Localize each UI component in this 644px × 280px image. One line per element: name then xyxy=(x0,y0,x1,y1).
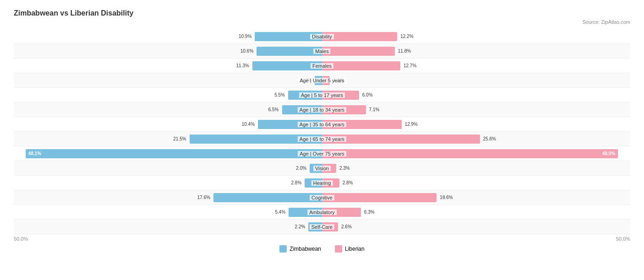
right-value: 12.2% xyxy=(399,34,413,39)
chart-title: Zimbabwean vs Liberian Disability xyxy=(14,9,630,17)
bar-pink: 12.9% xyxy=(322,120,402,129)
bar-blue: 11.3% xyxy=(252,61,322,70)
bar-blue: 2.0% xyxy=(310,164,322,173)
bar-blue: 1.2% xyxy=(315,76,322,85)
bar-blue: 6.5% xyxy=(282,105,322,114)
bar-blue: 10.6% xyxy=(257,47,322,56)
bar-pink: 6.3% xyxy=(322,208,361,217)
left-value: 1.2% xyxy=(301,78,313,83)
left-value: 21.5% xyxy=(173,136,187,141)
bar-pink: 2.3% xyxy=(322,164,336,173)
right-value: 6.0% xyxy=(361,92,373,97)
right-value: 18.6% xyxy=(438,195,453,200)
bar-pink: 2.8% xyxy=(322,178,339,188)
bar-pink: 11.8% xyxy=(322,47,395,56)
bar-row: 2.8%2.8%Hearing xyxy=(14,176,630,190)
bar-row: 17.6%18.6%Cognitive xyxy=(14,190,630,205)
right-value: 2.3% xyxy=(338,166,350,171)
bar-blue: 48.1% xyxy=(26,149,322,158)
bar-row: 2.0%2.3%Vision xyxy=(14,161,630,176)
left-value: 11.3% xyxy=(236,63,251,68)
left-value: 2.0% xyxy=(296,166,308,171)
bar-row: 10.6%11.8%Males xyxy=(14,44,630,59)
bar-blue: 5.4% xyxy=(289,208,322,217)
bar-blue: 21.5% xyxy=(190,135,322,144)
rows-wrapper: 10.9%12.2%Disability10.6%11.8%Males11.3%… xyxy=(14,29,630,234)
bar-blue: 2.8% xyxy=(305,178,322,188)
legend-zimbabwean: Zimbabwean xyxy=(279,245,321,253)
bar-row: 2.2%2.6%Self-Care xyxy=(14,220,630,234)
left-value: 5.5% xyxy=(274,92,286,97)
bar-row: 21.5%25.6%Age | 65 to 74 years xyxy=(14,132,630,146)
bar-pink: 12.7% xyxy=(322,61,400,70)
left-value: 10.9% xyxy=(239,34,253,39)
right-value: 6.3% xyxy=(363,210,375,215)
bar-pink: 48.0% xyxy=(322,149,618,158)
right-value: 2.6% xyxy=(340,224,352,229)
right-value: 2.8% xyxy=(341,180,353,185)
right-value: 12.9% xyxy=(404,122,418,127)
source-text: Source: ZipAtlas.com xyxy=(14,19,630,25)
left-value: 10.6% xyxy=(240,48,255,54)
bar-pink: 6.0% xyxy=(322,91,359,100)
left-value: 10.4% xyxy=(242,122,256,127)
bar-pink: 1.3% xyxy=(322,76,330,85)
chart-wrapper: 10.9%12.2%Disability10.6%11.8%Males11.3%… xyxy=(14,29,630,242)
bar-pink: 18.6% xyxy=(322,193,437,202)
right-value: 1.3% xyxy=(332,78,344,83)
bar-blue: 2.2% xyxy=(308,222,322,232)
bar-row: 1.2%1.3%Age | Under 5 years xyxy=(14,73,630,88)
axis-left: 50.0% xyxy=(14,236,28,242)
bar-row: 5.5%6.0%Age | 5 to 17 years xyxy=(14,88,630,102)
left-value: 2.8% xyxy=(291,180,303,185)
left-value: 5.4% xyxy=(275,210,287,215)
legend-liberian: Liberian xyxy=(335,245,365,253)
bar-row: 6.5%7.1%Age | 18 to 34 years xyxy=(14,102,630,117)
bar-pink: 25.6% xyxy=(322,135,480,144)
left-value: 17.6% xyxy=(197,195,212,200)
right-value: 12.7% xyxy=(402,63,416,68)
bar-pink: 7.1% xyxy=(322,105,366,114)
right-value: 7.1% xyxy=(368,107,380,112)
right-value: 25.6% xyxy=(482,136,496,141)
bar-blue: 5.5% xyxy=(288,91,322,100)
bar-row: 11.3%12.7%Females xyxy=(14,59,630,73)
bar-blue: 10.4% xyxy=(258,120,322,129)
bar-pink: 2.6% xyxy=(322,222,338,232)
bar-row: 10.4%12.9%Age | 35 to 64 years xyxy=(14,117,630,132)
axis-right: 50.0% xyxy=(616,236,630,242)
right-value: 11.8% xyxy=(397,48,411,54)
bar-pink: 12.2% xyxy=(322,32,397,41)
bar-blue: 10.9% xyxy=(255,32,322,41)
bar-row: 48.1%48.0%Age | Over 75 years xyxy=(14,146,630,161)
left-value: 6.5% xyxy=(268,107,280,112)
bar-row: 10.9%12.2%Disability xyxy=(14,29,630,44)
bar-row: 5.4%6.3%Ambulatory xyxy=(14,205,630,220)
left-value: 2.2% xyxy=(295,224,307,229)
bar-blue: 17.6% xyxy=(213,193,322,202)
